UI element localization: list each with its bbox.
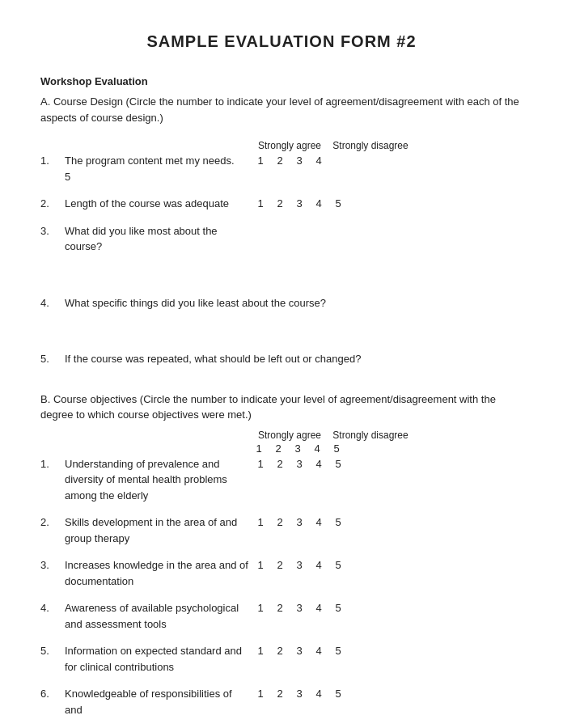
section-a-desc: A. Course Design (Circle the number to i… (40, 94, 523, 125)
q-text: Information on expected standard and for… (65, 643, 251, 675)
rating-1: 1 (251, 688, 270, 700)
rating-5: 5 (328, 688, 348, 700)
q-ratings: 1 2 3 4 5 (251, 557, 348, 571)
q-text: Length of the course was adequate (65, 196, 251, 212)
q-text: The program content met my needs.5 (65, 153, 251, 184)
rating-5: 5 (328, 516, 348, 528)
rating-1: 1 (251, 602, 270, 614)
q-num: 1. (40, 456, 65, 470)
rating-2: 2 (270, 458, 290, 470)
q-text: Awareness of available psychological and… (65, 600, 251, 632)
section-a-rating-header: Strongly agree Strongly disagree (40, 140, 523, 151)
rating-4: 4 (309, 458, 328, 470)
q-num: 2. (40, 514, 65, 528)
section-b-q6: 6. Knowledgeable of responsibilities of … (40, 686, 523, 717)
q-num: 6. (40, 686, 65, 700)
q-ratings: 1 2 3 4 5 (251, 196, 348, 210)
q-num: 4. (40, 600, 65, 614)
rating-5: 5 (328, 559, 348, 571)
rating-2: 2 (270, 559, 290, 571)
section-a-q4: 4. What specific things did you like lea… (40, 295, 523, 311)
num-1: 1 (249, 442, 269, 455)
rating-1: 1 (251, 559, 270, 571)
rating-4: 4 (309, 154, 328, 167)
q-text: If the course was repeated, what should … (65, 351, 361, 367)
rating-5: 5 (328, 458, 348, 470)
section-a-q1: 1. The program content met my needs.5 1 … (40, 153, 523, 184)
section-b-q4: 4. Awareness of available psychological … (40, 600, 523, 632)
section-b-q1: 1. Understanding of prevalence and diver… (40, 456, 523, 504)
q-ratings: 1 2 3 4 5 (251, 686, 348, 700)
workshop-section: Workshop Evaluation A. Course Design (Ci… (40, 75, 523, 717)
page-title: SAMPLE EVALUATION FORM #2 (40, 32, 523, 51)
rating-5: 5 (328, 602, 348, 614)
rating-5: 5 (328, 645, 348, 657)
q-text: Skills development in the area of and gr… (65, 514, 251, 546)
rating-4: 4 (309, 197, 328, 210)
num-4: 4 (307, 442, 327, 455)
rating-3: 3 (290, 154, 309, 167)
q-ratings: 1 2 3 4 5 (251, 456, 348, 470)
rating-3: 3 (290, 197, 309, 210)
num-5: 5 (327, 442, 346, 455)
rating-3: 3 (290, 516, 309, 528)
rating-1: 1 (251, 458, 270, 470)
section-b-q2: 2. Skills development in the area of and… (40, 514, 523, 546)
strongly-disagree-label-b: Strongly disagree (330, 430, 411, 441)
rating-1: 1 (251, 154, 270, 167)
rating-2: 2 (270, 645, 290, 657)
q-num: 4. (40, 295, 65, 309)
q-num: 5. (40, 643, 65, 657)
workshop-label: Workshop Evaluation (40, 75, 523, 87)
section-a-q2: 2. Length of the course was adequate 1 2… (40, 196, 523, 212)
section-b-numbers-header: 1 2 3 4 5 (40, 442, 523, 455)
section-b-desc: B. Course objectives (Circle the number … (40, 392, 523, 423)
q-ratings: 1 2 3 4 5 (251, 514, 348, 528)
rating-3: 3 (290, 645, 309, 657)
rating-4: 4 (309, 602, 328, 614)
num-3: 3 (288, 442, 307, 455)
rating-2: 2 (270, 516, 290, 528)
num-2: 2 (269, 442, 288, 455)
q-num: 1. (40, 153, 65, 167)
section-a-q3: 3. What did you like most about the cour… (40, 223, 523, 255)
strongly-agree-label-b: Strongly agree (249, 430, 330, 441)
section-b-q3: 3. Increases knowledge in the area and o… (40, 557, 523, 589)
q-text: Increases knowledge in the area and of d… (65, 557, 251, 589)
q-num: 3. (40, 557, 65, 571)
section-b-rating-header: Strongly agree Strongly disagree (40, 430, 523, 441)
q-text: Knowledgeable of responsibilities of and (65, 686, 251, 717)
q-ratings: 1 2 3 4 (251, 153, 328, 167)
q-text: Understanding of prevalence and diversit… (65, 456, 251, 504)
rating-5: 5 (328, 197, 348, 210)
section-b-q5: 5. Information on expected standard and … (40, 643, 523, 675)
q-ratings: 1 2 3 4 5 (251, 600, 348, 614)
rating-1: 1 (251, 516, 270, 528)
rating-2: 2 (270, 688, 290, 700)
q-num: 5. (40, 351, 65, 365)
rating-2: 2 (270, 197, 290, 210)
rating-4: 4 (309, 688, 328, 700)
strongly-disagree-label-a: Strongly disagree (330, 140, 411, 151)
rating-4: 4 (309, 559, 328, 571)
rating-4: 4 (309, 645, 328, 657)
rating-1: 1 (251, 645, 270, 657)
q-ratings: 1 2 3 4 5 (251, 643, 348, 657)
q-num: 2. (40, 196, 65, 210)
rating-2: 2 (270, 154, 290, 167)
q-text: What did you like most about the course? (65, 223, 251, 255)
rating-3: 3 (290, 559, 309, 571)
rating-3: 3 (290, 688, 309, 700)
rating-3: 3 (290, 602, 309, 614)
strongly-agree-label-a: Strongly agree (249, 140, 330, 151)
q-num: 3. (40, 223, 65, 237)
rating-3: 3 (290, 458, 309, 470)
q-text: What specific things did you like least … (65, 295, 326, 311)
rating-1: 1 (251, 197, 270, 210)
rating-2: 2 (270, 602, 290, 614)
rating-4: 4 (309, 516, 328, 528)
section-a-q5: 5. If the course was repeated, what shou… (40, 351, 523, 367)
